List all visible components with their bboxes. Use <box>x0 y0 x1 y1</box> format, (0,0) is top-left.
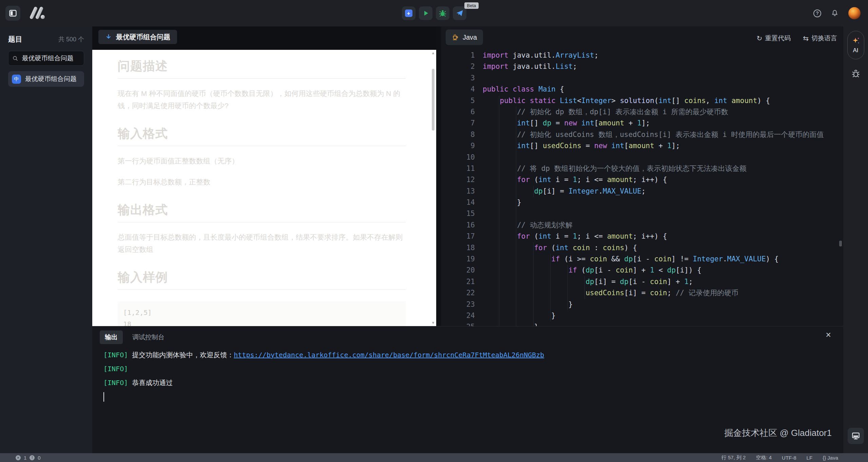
code-line[interactable]: 7 int[] dp = new int[amount + 1]; <box>441 118 843 129</box>
code-line[interactable]: 6 // 初始化 dp 数组，dp[i] 表示凑出金额 i 所需的最少硬币数 <box>441 106 843 118</box>
code-line[interactable]: 20 if (dp[i - coin] + 1 < dp[i]) { <box>441 265 843 276</box>
indent-guide-line <box>567 287 568 299</box>
code-line[interactable]: 10 <box>441 152 843 163</box>
paragraph: 第二行为目标总数额，正整数 <box>118 176 406 188</box>
line-number: 19 <box>441 254 475 265</box>
tab-output[interactable]: 输出 <box>100 330 123 344</box>
indent-guide-line <box>499 242 499 254</box>
code-line[interactable]: 9 int[] usedCoins = new int[amount + 1]; <box>441 140 843 152</box>
debug-button[interactable] <box>436 6 449 20</box>
sidebar-toggle-button[interactable] <box>5 6 20 21</box>
code-line[interactable]: 12 for (int i = 1; i <= amount; i++) { <box>441 174 843 185</box>
line-number: 25 <box>441 321 475 326</box>
problem-pane: 最优硬币组合问题 问题描述现在有 M 种不同面值的硬币（硬币个数数目无限），如何… <box>92 26 436 326</box>
indent-guide-line <box>533 265 534 276</box>
console-line: [INFO] 提交功能内测体验中，欢迎反馈：https://bytedance.… <box>103 348 833 362</box>
scroll-down-icon[interactable]: ▼ <box>431 321 435 325</box>
indent-guide-line <box>499 310 499 321</box>
indentation-setting[interactable]: 空格: 4 <box>756 455 772 461</box>
topbar: + Beta <box>0 0 868 26</box>
problems-summary[interactable]: × 1 ! 0 <box>16 455 41 461</box>
code-line[interactable]: 11 // 将 dp 数组初始化为一个较大的值，表示初始状态下无法凑出该金额 <box>441 163 843 174</box>
search-box <box>8 51 84 66</box>
code-line[interactable]: 21 dp[i] = dp[i - coin] + 1; <box>441 276 843 287</box>
language-tab-label: Java <box>463 34 477 41</box>
issue-bug-icon[interactable] <box>851 69 861 78</box>
scroll-up-icon[interactable]: ▲ <box>431 51 435 55</box>
code-line[interactable]: 1import java.util.ArrayList; <box>441 50 843 61</box>
code-line[interactable]: 22 usedCoins[i] = coin; // 记录使用的硬币 <box>441 287 843 299</box>
code-line[interactable]: 13 dp[i] = Integer.MAX_VALUE; <box>441 186 843 197</box>
sidebar-item-problem[interactable]: 中 最优硬币组合问题 <box>8 71 84 87</box>
indent-guide-line <box>516 118 516 129</box>
encoding-setting[interactable]: UTF-8 <box>782 455 796 461</box>
code-line-text: } <box>483 310 556 321</box>
code-line[interactable]: 14 } <box>441 197 843 208</box>
new-file-button[interactable]: + <box>402 6 416 20</box>
code-line-text: for (int i = 1; i <= amount; i++) { <box>483 174 667 185</box>
warning-icon: ! <box>30 455 35 460</box>
log-level-tag: [INFO] <box>103 351 128 359</box>
code-line-text: int[] usedCoins = new int[amount + 1]; <box>483 140 680 152</box>
switch-language-label: 切换语言 <box>811 34 837 43</box>
indent-guide-line <box>550 299 551 310</box>
error-icon: × <box>16 455 21 460</box>
run-button[interactable] <box>419 6 432 20</box>
code-line[interactable]: 16 // 动态规划求解 <box>441 220 843 231</box>
code-line[interactable]: 3 <box>441 73 843 84</box>
close-console-button[interactable]: × <box>824 330 833 340</box>
monitor-button[interactable] <box>848 428 864 444</box>
cursor-position[interactable]: 行 57, 列 2 <box>721 455 746 461</box>
line-number: 2 <box>441 61 475 72</box>
code-line-text: dp[i] = Integer.MAX_VALUE; <box>483 186 646 197</box>
code-editor[interactable]: 1import java.util.ArrayList;2import java… <box>441 50 843 326</box>
code-line[interactable]: 15 <box>441 208 843 219</box>
code-line[interactable]: 8 // 初始化 usedCoins 数组，usedCoins[i] 表示凑出金… <box>441 129 843 140</box>
line-number: 18 <box>441 242 475 254</box>
java-cup-icon <box>452 34 459 41</box>
avatar[interactable] <box>848 7 861 19</box>
sidebar-layout-icon <box>9 10 17 17</box>
code-line[interactable]: 23 } <box>441 299 843 310</box>
code-line[interactable]: 25 } <box>441 321 843 326</box>
bell-icon[interactable] <box>831 9 839 17</box>
submit-button[interactable] <box>453 6 466 20</box>
code-line[interactable]: 5 public static List<Integer> solution(i… <box>441 95 843 106</box>
indent-guide-line <box>533 287 534 299</box>
indent-guide-line <box>533 310 534 321</box>
problem-tabstrip: 最优硬币组合问题 <box>92 26 436 50</box>
reset-code-label: 重置代码 <box>765 34 791 43</box>
code-line-text: public class Main { <box>483 84 564 95</box>
reset-code-button[interactable]: ↻ 重置代码 <box>756 34 791 43</box>
scrollbar-thumb[interactable] <box>432 69 435 130</box>
language-tab[interactable]: Java <box>446 29 483 45</box>
indent-guide-line <box>533 299 534 310</box>
indent-guide-line <box>516 106 516 118</box>
divider <box>118 289 406 290</box>
sidebar-item-label: 最优硬币组合问题 <box>25 75 77 83</box>
code-line[interactable]: 19 if (i >= coin && dp[i - coin] != Inte… <box>441 254 843 265</box>
switch-language-button[interactable]: ⇆ 切换语言 <box>803 34 837 43</box>
eol-setting[interactable]: LF <box>807 455 813 461</box>
editor-scrollbar-thumb[interactable] <box>839 241 842 246</box>
marscode-logo[interactable] <box>28 6 46 21</box>
tab-debug-console[interactable]: 调试控制台 <box>132 333 165 342</box>
ai-assistant-button[interactable]: AI <box>847 31 864 59</box>
language-mode[interactable]: {} Java <box>823 455 838 461</box>
log-link[interactable]: https://bytedance.larkoffice.com/share/b… <box>234 351 544 359</box>
problem-description-panel: 问题描述现在有 M 种不同面值的硬币（硬币个数数目无限），如何用这些硬币组合为总… <box>92 50 436 326</box>
code-line[interactable]: 18 for (int coin : coins) { <box>441 242 843 254</box>
code-line[interactable]: 17 for (int i = 1; i <= amount; i++) { <box>441 231 843 242</box>
search-input[interactable] <box>21 54 80 62</box>
code-line[interactable]: 2import java.util.List; <box>441 61 843 72</box>
code-line-text: } <box>483 197 521 208</box>
code-line-text: if (i >= coin && dp[i - coin] != Integer… <box>483 254 778 265</box>
code-line[interactable]: 24 } <box>441 310 843 321</box>
topbar-right: ? <box>813 0 861 26</box>
line-number: 9 <box>441 140 475 152</box>
description-scrollbar[interactable]: ▲ ▼ <box>431 51 436 325</box>
indent-guide-line <box>516 276 516 287</box>
help-icon[interactable]: ? <box>813 9 821 17</box>
code-line[interactable]: 4public class Main { <box>441 84 843 95</box>
problem-tab[interactable]: 最优硬币组合问题 <box>98 30 177 44</box>
